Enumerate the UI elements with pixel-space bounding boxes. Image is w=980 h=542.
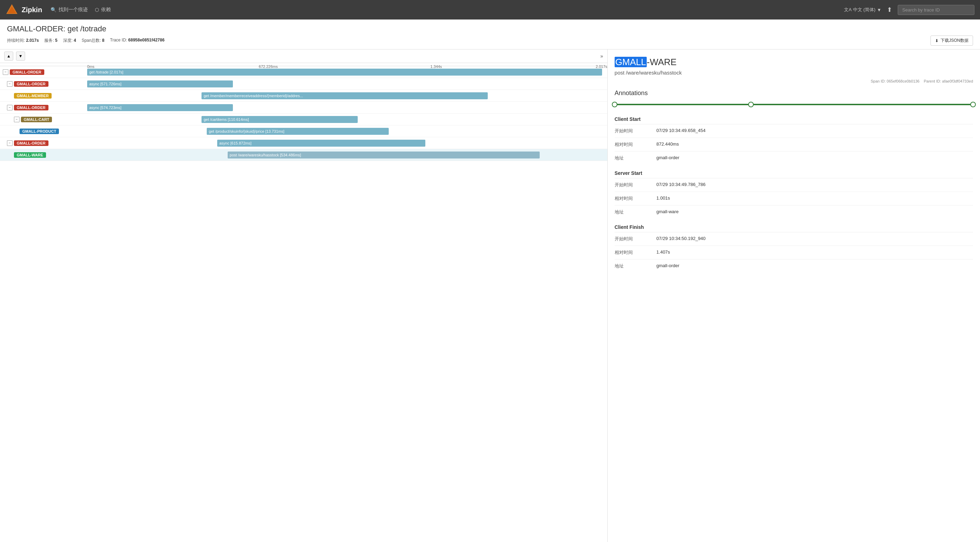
client-start-title: Client Start — [615, 114, 973, 124]
annotation-key: 相对时间 — [615, 141, 657, 148]
span-bar[interactable]: post /ware/waresku/hasstock [534.486ms] — [228, 152, 540, 158]
trace-row[interactable]: − GMALL-CART get /cartitems [110.614ms] — [0, 114, 607, 125]
spans-meta: Span总数: 8 — [81, 38, 104, 44]
services-meta: 服务: 5 — [44, 38, 57, 44]
trace-row[interactable]: GMALL-MEMBER get /member/memberreceivead… — [0, 90, 607, 102]
annotation-key: 地址 — [615, 155, 657, 161]
upload-icon[interactable]: ⬆ — [887, 6, 892, 14]
annotation-dot-end[interactable] — [970, 102, 976, 107]
trace-timeline-header: 0ms 672.226ms 1.344s 2.017s — [0, 63, 607, 66]
nav-dependencies[interactable]: ⬡ 依赖 — [95, 6, 111, 13]
dependencies-nav-icon: ⬡ — [95, 7, 99, 13]
client-finish-section: Client Finish 开始时间 07/29 10:34:50.192_94… — [615, 222, 973, 273]
annotation-key: 相对时间 — [615, 195, 657, 202]
client-start-section: Client Start 开始时间 07/29 10:34:49.658_454… — [615, 114, 973, 165]
nav-find-trace[interactable]: 🔍 找到一个痕迹 — [51, 6, 88, 13]
span-bar[interactable]: async [571.726ms] — [87, 81, 233, 87]
expand-icon: » — [600, 53, 603, 59]
span-service-cell: GMALL-WARE — [0, 152, 87, 158]
annotations-section-title: Annotations — [615, 90, 973, 97]
annotation-row: 地址 gmall-order — [615, 260, 973, 273]
collapse-up-button[interactable]: ▲ — [4, 52, 13, 60]
download-json-button[interactable]: ⬇ 下载JSON数据 — [931, 35, 973, 46]
search-nav-icon: 🔍 — [51, 7, 56, 13]
parent-id: Parent ID: afae0f3df04733ed — [924, 79, 973, 83]
annotation-value: 07/29 10:34:50.192_940 — [657, 236, 973, 242]
span-bar[interactable]: get /product/skuinfo/{skuid}/price [13.7… — [207, 128, 389, 135]
zipkin-logo-icon — [6, 3, 18, 16]
annotation-key: 地址 — [615, 263, 657, 269]
find-trace-label: 找到一个痕迹 — [59, 6, 88, 13]
trace-row[interactable]: GMALL-PRODUCT get /product/skuinfo/{skui… — [0, 125, 607, 137]
span-bar-cell: async [615.872ms] — [87, 137, 607, 149]
service-badge: GMALL-ORDER — [14, 140, 48, 146]
span-bar[interactable]: async [615.872ms] — [217, 139, 425, 147]
row-collapse-button[interactable]: − — [3, 69, 8, 75]
span-service-cell: GMALL-PRODUCT — [0, 128, 87, 134]
main-content: ▲ ▼ » 0ms 672.226ms 1.344s 2.017s — [0, 49, 980, 542]
download-icon: ⬇ — [935, 38, 939, 43]
detail-panel: GMALL-WARE post /ware/waresku/hasstock S… — [608, 49, 980, 542]
chevron-down-icon: ▼ — [877, 7, 881, 13]
span-bar-cell: get /member/memberreceiveaddress/{member… — [87, 90, 607, 101]
annotation-value: gmall-ware — [657, 209, 973, 215]
span-service-cell: − GMALL-ORDER — [0, 105, 87, 111]
trace-search-input[interactable] — [898, 5, 974, 15]
service-suffix: -WARE — [647, 57, 677, 67]
span-service-cell: − GMALL-ORDER — [0, 69, 87, 75]
trace-row[interactable]: − GMALL-ORDER get /totrade [2.017s] — [0, 66, 607, 78]
dependencies-label: 依赖 — [101, 6, 111, 13]
annotation-dot-start[interactable] — [612, 102, 617, 107]
annotation-key: 地址 — [615, 209, 657, 215]
server-start-title: Server Start — [615, 168, 973, 178]
span-bar-cell: get /product/skuinfo/{skuid}/price [13.7… — [87, 125, 607, 137]
services-value: 5 — [55, 38, 57, 43]
download-label: 下载JSON数据 — [940, 38, 969, 44]
annotation-row: 开始时间 07/29 10:34:49.658_454 — [615, 124, 973, 138]
service-badge: GMALL-ORDER — [14, 105, 48, 111]
annotation-dot-mid[interactable] — [748, 102, 754, 107]
trace-row[interactable]: − GMALL-ORDER async [615.872ms] — [0, 137, 607, 149]
annotation-row: 开始时间 07/29 10:34:49.786_786 — [615, 178, 973, 192]
row-collapse-button[interactable]: − — [14, 117, 19, 122]
depth-value: 4 — [73, 38, 76, 43]
language-label: 中文 (简体) — [853, 6, 875, 13]
span-bar[interactable]: get /totrade [2.017s] — [87, 69, 602, 76]
down-arrow-icon: ▼ — [19, 54, 23, 59]
span-bar[interactable]: async [574.723ms] — [87, 104, 233, 111]
client-finish-title: Client Finish — [615, 222, 973, 232]
detail-path: post /ware/waresku/hasstock — [615, 70, 973, 76]
annotation-key: 开始时间 — [615, 128, 657, 134]
trace-row[interactable]: GMALL-WARE post /ware/waresku/hasstock [… — [0, 149, 607, 161]
expand-button[interactable]: » — [600, 53, 603, 59]
trace-row[interactable]: − GMALL-ORDER async [574.723ms] — [0, 102, 607, 114]
service-badge: GMALL-PRODUCT — [19, 128, 59, 134]
service-badge: GMALL-MEMBER — [14, 93, 52, 98]
duration-value: 2.017s — [26, 38, 39, 43]
annotation-value: gmall-order — [657, 263, 973, 269]
annotation-row: 开始时间 07/29 10:34:50.192_940 — [615, 232, 973, 246]
row-collapse-button[interactable]: − — [7, 81, 13, 87]
page-meta-left: 持续时间: 2.017s 服务: 5 深度: 4 Span总数: 8 Trace… — [7, 38, 165, 44]
collapse-down-button[interactable]: ▼ — [16, 52, 25, 60]
row-collapse-button[interactable]: − — [7, 140, 13, 146]
annotation-row: 地址 gmall-order — [615, 152, 973, 165]
row-collapse-button[interactable]: − — [7, 105, 13, 111]
annotation-value: 1.407s — [657, 249, 973, 256]
duration-meta: 持续时间: 2.017s — [7, 38, 39, 44]
annotation-timeline-bar — [615, 101, 973, 108]
service-badge: GMALL-ORDER — [14, 81, 48, 87]
depth-label: 深度: — [63, 38, 73, 43]
app-name: Zipkin — [22, 6, 42, 14]
services-label: 服务: — [44, 38, 54, 43]
annotation-value: 1.001s — [657, 195, 973, 202]
span-bar[interactable]: get /cartitems [110.614ms] — [202, 116, 358, 123]
app-logo[interactable]: Zipkin — [6, 3, 42, 16]
annotation-value: 872.440ms — [657, 141, 973, 148]
span-bar[interactable]: get /member/memberreceiveaddress/{member… — [202, 92, 487, 99]
trace-row[interactable]: − GMALL-ORDER async [571.726ms] — [0, 78, 607, 90]
span-bar-cell: async [571.726ms] — [87, 78, 607, 90]
language-selector[interactable]: 文A 中文 (简体) ▼ — [844, 6, 881, 13]
spans-label: Span总数: — [81, 38, 101, 43]
page-header: GMALL-ORDER: get /totrade 持续时间: 2.017s 服… — [0, 19, 980, 49]
